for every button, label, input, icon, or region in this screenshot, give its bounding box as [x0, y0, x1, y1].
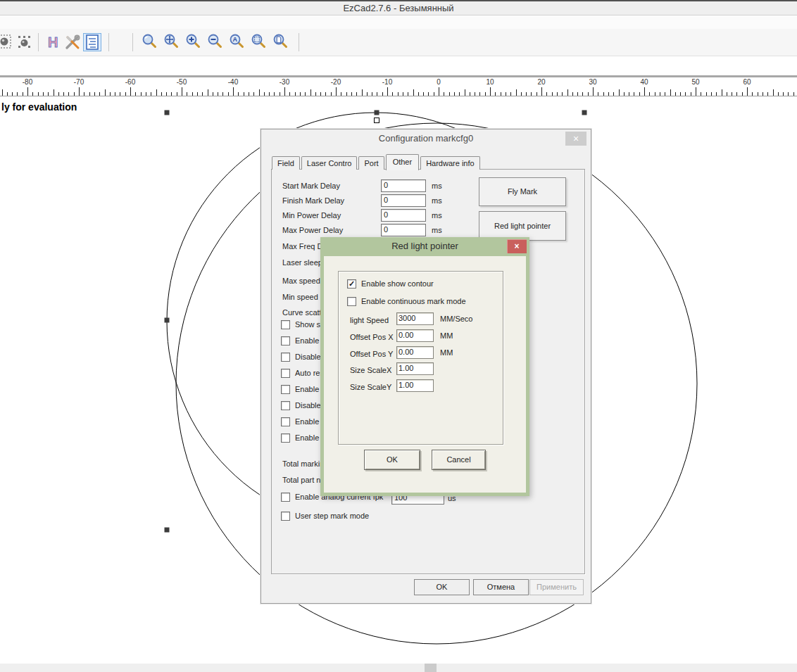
- zoom-all-icon[interactable]: A: [228, 33, 246, 51]
- ruler-tick: [557, 92, 558, 96]
- red-cancel-button[interactable]: Cancel: [432, 450, 486, 470]
- checkbox[interactable]: ✓: [347, 279, 356, 289]
- field-input[interactable]: 0.00: [396, 329, 434, 342]
- checkbox-label: Auto res: [295, 369, 324, 377]
- node-array-icon[interactable]: [15, 33, 34, 51]
- ruler-tick: [331, 92, 332, 96]
- checkbox[interactable]: [281, 417, 290, 426]
- checkbox[interactable]: [281, 512, 290, 521]
- apply-button[interactable]: Применить: [529, 579, 584, 595]
- checkbox[interactable]: [281, 385, 290, 394]
- checkbox[interactable]: [281, 369, 290, 378]
- ruler-tick-label: -40: [228, 78, 238, 86]
- zoom-page-icon[interactable]: [272, 33, 290, 51]
- ruler-tick: [629, 92, 629, 96]
- ruler-tick: [289, 92, 290, 96]
- ruler-tick: [670, 89, 671, 96]
- checkbox-label: Enable show contour: [361, 279, 434, 288]
- ruler-tick: [634, 92, 634, 96]
- ruler-tick: [213, 92, 213, 96]
- ruler-tick: [434, 92, 434, 96]
- checkbox[interactable]: [281, 336, 290, 345]
- red-ok-button[interactable]: OK: [364, 450, 420, 470]
- ruler-tick: [696, 87, 696, 96]
- ruler-tick: [43, 92, 44, 96]
- tab-other[interactable]: Other: [386, 154, 420, 170]
- ruler-tick-label: 60: [743, 78, 751, 86]
- ruler-tick-label: 0: [437, 78, 441, 86]
- ruler-tick: [644, 87, 645, 96]
- close-icon[interactable]: ×: [507, 239, 527, 253]
- checkbox[interactable]: [281, 320, 290, 329]
- tools-icon[interactable]: [63, 33, 82, 51]
- selection-handle[interactable]: [165, 318, 170, 323]
- close-icon[interactable]: ×: [565, 132, 586, 146]
- hatch-icon[interactable]: H: [44, 33, 62, 51]
- zoom-move-icon[interactable]: [163, 33, 181, 51]
- ruler-tick: [577, 92, 578, 96]
- ruler-tick: [758, 92, 758, 96]
- zoom-in-icon[interactable]: [184, 33, 203, 51]
- ruler-tick: [526, 92, 527, 96]
- scrollbar-thumb[interactable]: [425, 664, 437, 672]
- rotation-handle[interactable]: [375, 118, 379, 123]
- ok-button[interactable]: OK: [414, 579, 470, 595]
- checkbox[interactable]: [281, 433, 290, 443]
- selection-handle[interactable]: [375, 110, 379, 115]
- field-input[interactable]: 0: [381, 224, 426, 236]
- ruler-tick: [115, 92, 115, 96]
- ruler-tick: [222, 92, 223, 96]
- selection-handle[interactable]: [165, 110, 170, 115]
- ruler-tick: [747, 87, 748, 96]
- ruler-tick: [187, 92, 187, 96]
- checkbox[interactable]: [347, 297, 356, 306]
- tab-laser-contro[interactable]: Laser Contro: [301, 156, 358, 170]
- field-input[interactable]: 0: [381, 209, 426, 222]
- ruler-tick: [135, 92, 136, 96]
- red-light-pointer-dialog: Red light pointer × OK Cancel ✓Enable sh…: [320, 237, 529, 496]
- ruler-tick: [778, 92, 779, 96]
- ruler-tick: [413, 89, 414, 96]
- object-list-icon[interactable]: [83, 33, 101, 51]
- red-light-pointer-button[interactable]: Red light pointer: [479, 211, 566, 241]
- checkbox[interactable]: [281, 353, 290, 362]
- field-input[interactable]: 3000: [396, 312, 434, 325]
- fly-mark-button[interactable]: Fly Mark: [479, 177, 566, 206]
- checkbox[interactable]: [281, 401, 290, 410]
- ruler-tick: [23, 92, 23, 96]
- ruler-tick: [501, 92, 501, 96]
- ruler-tick: [711, 92, 712, 96]
- node-marquee-icon[interactable]: [0, 33, 12, 51]
- ruler-tick: [228, 92, 229, 96]
- checkbox[interactable]: [281, 493, 290, 502]
- zoom-tool-icon[interactable]: [141, 33, 159, 51]
- tab-port[interactable]: Port: [358, 156, 384, 170]
- ruler-tick: [552, 92, 553, 96]
- horizontal-scrollbar[interactable]: [0, 664, 797, 672]
- zoom-selection-icon[interactable]: [250, 33, 268, 51]
- cancel-button[interactable]: Отмена: [473, 579, 529, 595]
- field-label: light Speed: [350, 316, 389, 324]
- ruler-tick: [182, 87, 182, 96]
- ruler-tick: [470, 92, 470, 96]
- field-input[interactable]: 1.00: [396, 362, 434, 375]
- field-input[interactable]: 0: [381, 179, 426, 192]
- ruler-tick-label: -50: [177, 78, 187, 86]
- selection-handle[interactable]: [165, 528, 170, 533]
- field-label: Laser sleep: [282, 258, 322, 267]
- tab-field[interactable]: Field: [272, 156, 300, 170]
- ruler-tick: [300, 92, 301, 96]
- ruler-tick: [356, 92, 357, 96]
- ruler-tick: [32, 92, 33, 96]
- ruler-tick: [510, 92, 511, 96]
- field-label: Size ScaleX: [350, 366, 391, 374]
- tab-hardware-info[interactable]: Hardware info: [420, 156, 479, 170]
- field-input[interactable]: 0.00: [396, 346, 434, 359]
- selection-handle[interactable]: [582, 110, 587, 115]
- ruler-tick: [341, 92, 341, 96]
- field-input[interactable]: 1.00: [396, 379, 434, 392]
- ruler-tick: [593, 87, 594, 96]
- ruler-tick-label: 20: [537, 78, 545, 86]
- field-input[interactable]: 0: [381, 194, 426, 207]
- zoom-out-icon[interactable]: [206, 33, 225, 51]
